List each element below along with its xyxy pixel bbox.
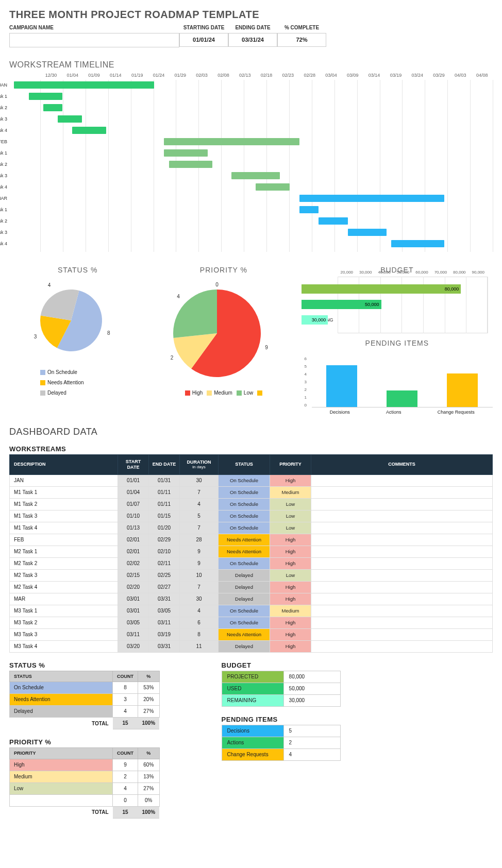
table-cell[interactable]: 01/11 [149, 486, 180, 498]
table-cell[interactable]: Medium [270, 486, 311, 498]
table-cell[interactable] [311, 534, 493, 546]
table-cell[interactable]: 4 [283, 748, 340, 760]
pct-complete-value[interactable]: 72% [277, 33, 326, 47]
table-cell[interactable]: Delayed [219, 581, 270, 593]
table-cell[interactable]: Low [270, 498, 311, 510]
table-cell[interactable]: 9 [113, 759, 138, 771]
table-cell[interactable] [311, 486, 493, 498]
table-cell[interactable]: 02/10 [149, 546, 180, 557]
table-cell[interactable]: M2 Task 2 [10, 557, 118, 569]
table-cell[interactable]: 4 [113, 706, 138, 718]
table-cell[interactable]: M3 Task 2 [10, 617, 118, 628]
table-cell[interactable]: 02/11 [149, 557, 180, 569]
table-cell[interactable]: High [270, 534, 311, 546]
table-cell[interactable]: 9 [180, 546, 219, 557]
table-cell[interactable]: Delayed [219, 569, 270, 581]
table-cell[interactable]: Delayed [219, 593, 270, 605]
table-cell[interactable]: M1 Task 4 [10, 522, 118, 534]
table-cell[interactable]: 30 [180, 593, 219, 605]
table-cell[interactable]: MAR [10, 593, 118, 605]
table-cell[interactable]: REMAINING [222, 694, 283, 706]
table-cell[interactable]: 4 [180, 605, 219, 617]
table-cell[interactable]: 01/31 [149, 474, 180, 486]
table-cell[interactable]: 7 [180, 522, 219, 534]
table-cell[interactable]: 03/01 [118, 605, 149, 617]
table-cell[interactable]: Low [10, 783, 113, 795]
table-cell[interactable]: High [10, 759, 113, 771]
table-cell[interactable]: 9 [180, 557, 219, 569]
table-cell[interactable]: Low [270, 569, 311, 581]
table-cell[interactable]: 03/11 [149, 617, 180, 628]
table-cell[interactable]: High [270, 593, 311, 605]
table-cell[interactable]: 13% [138, 771, 160, 783]
table-cell[interactable]: 03/31 [149, 593, 180, 605]
table-cell[interactable]: 03/19 [149, 628, 180, 640]
table-cell[interactable]: 2 [113, 771, 138, 783]
table-cell[interactable] [311, 640, 493, 652]
table-cell[interactable]: On Schedule [219, 605, 270, 617]
table-cell[interactable]: 03/05 [118, 617, 149, 628]
table-cell[interactable]: M3 Task 1 [10, 605, 118, 617]
table-cell[interactable]: PROJECTED [222, 671, 283, 683]
table-cell[interactable]: 02/01 [118, 534, 149, 546]
table-cell[interactable] [311, 569, 493, 581]
table-cell[interactable]: 6 [180, 617, 219, 628]
table-cell[interactable]: 03/11 [118, 628, 149, 640]
table-cell[interactable]: On Schedule [219, 498, 270, 510]
table-cell[interactable]: 0% [138, 795, 160, 807]
table-cell[interactable]: 02/27 [149, 581, 180, 593]
table-cell[interactable]: 11 [180, 640, 219, 652]
table-cell[interactable]: Decisions [222, 725, 283, 737]
table-cell[interactable]: 01/15 [149, 510, 180, 522]
table-cell[interactable]: High [270, 546, 311, 557]
table-cell[interactable]: 30 [180, 474, 219, 486]
table-cell[interactable]: High [270, 581, 311, 593]
table-cell[interactable]: 10 [180, 569, 219, 581]
table-cell[interactable]: On Schedule [219, 617, 270, 628]
table-cell[interactable]: Needs Attention [219, 534, 270, 546]
table-cell[interactable]: 27% [138, 783, 160, 795]
table-cell[interactable]: 7 [180, 581, 219, 593]
table-cell[interactable]: 20% [138, 694, 160, 706]
table-cell[interactable]: M2 Task 3 [10, 569, 118, 581]
table-cell[interactable]: FEB [10, 534, 118, 546]
table-cell[interactable]: 80,000 [283, 671, 340, 683]
table-cell[interactable] [311, 522, 493, 534]
table-cell[interactable]: Delayed [10, 706, 113, 718]
table-cell[interactable]: Low [270, 510, 311, 522]
table-cell[interactable]: High [270, 640, 311, 652]
table-cell[interactable]: 02/15 [118, 569, 149, 581]
table-cell[interactable]: 02/02 [118, 557, 149, 569]
table-cell[interactable] [311, 557, 493, 569]
table-cell[interactable] [311, 605, 493, 617]
table-cell[interactable]: 5 [180, 510, 219, 522]
table-cell[interactable]: M2 Task 1 [10, 546, 118, 557]
table-cell[interactable] [311, 546, 493, 557]
table-cell[interactable]: Medium [270, 605, 311, 617]
table-cell[interactable]: Low [270, 522, 311, 534]
table-cell[interactable]: M3 Task 3 [10, 628, 118, 640]
table-cell[interactable]: 30,000 [283, 694, 340, 706]
table-cell[interactable]: High [270, 474, 311, 486]
campaign-name-input[interactable] [9, 33, 179, 47]
table-cell[interactable]: 3 [113, 694, 138, 706]
table-cell[interactable]: 50,000 [283, 683, 340, 694]
table-cell[interactable] [311, 617, 493, 628]
table-cell[interactable]: 01/07 [118, 498, 149, 510]
table-cell[interactable]: 02/01 [118, 546, 149, 557]
table-cell[interactable]: High [270, 617, 311, 628]
table-cell[interactable]: 01/13 [118, 522, 149, 534]
table-cell[interactable]: 01/11 [149, 498, 180, 510]
table-cell[interactable]: 4 [113, 783, 138, 795]
table-cell[interactable]: 53% [138, 682, 160, 694]
table-cell[interactable]: M2 Task 4 [10, 581, 118, 593]
table-cell[interactable]: Medium [10, 771, 113, 783]
starting-date-value[interactable]: 01/01/24 [179, 33, 228, 47]
table-cell[interactable] [311, 628, 493, 640]
table-cell[interactable]: On Schedule [219, 522, 270, 534]
table-cell[interactable]: Actions [222, 737, 283, 748]
table-cell[interactable]: On Schedule [219, 557, 270, 569]
table-cell[interactable]: Change Requests [222, 748, 283, 760]
table-cell[interactable]: 01/01 [118, 474, 149, 486]
table-cell[interactable]: 0 [113, 795, 138, 807]
